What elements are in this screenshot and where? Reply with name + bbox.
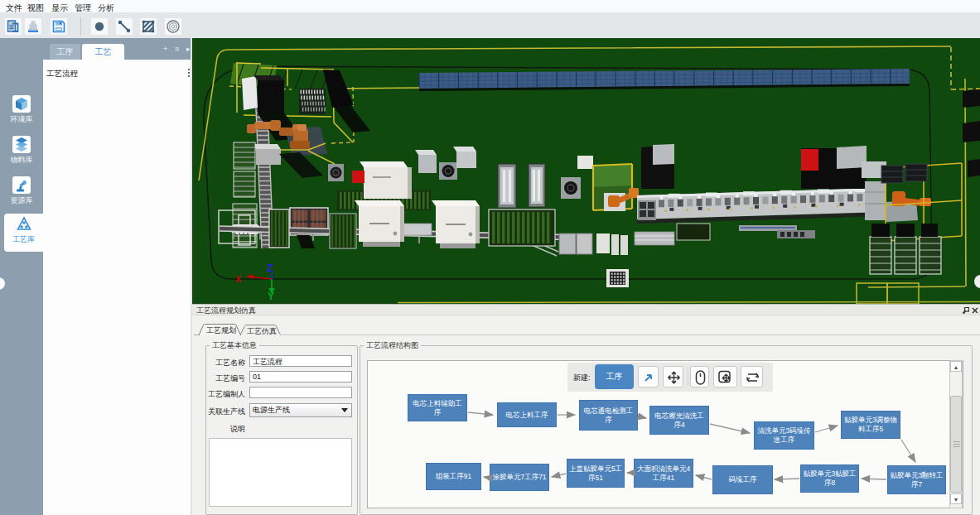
- svg-text:Z: Z: [267, 262, 273, 274]
- svg-text:X: X: [235, 274, 242, 284]
- svg-text:Y: Y: [268, 291, 274, 302]
